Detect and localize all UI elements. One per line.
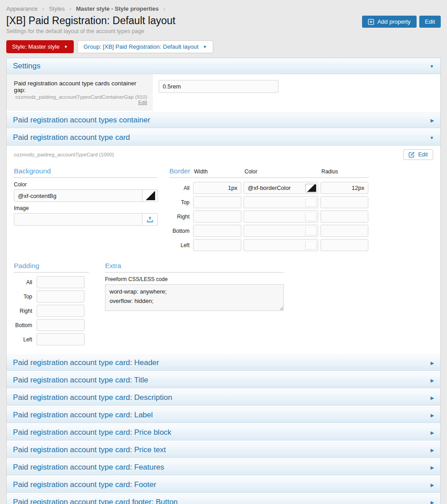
edit-header-label: Edit bbox=[425, 18, 435, 25]
section-header-card-footer[interactable]: Paid registration account type card: Foo… bbox=[7, 477, 440, 493]
section-title: Paid registration account type card: Pri… bbox=[13, 445, 166, 454]
section-header-account-type-card[interactable]: Paid registration account type card ▼ bbox=[7, 130, 440, 146]
padding-all-input[interactable] bbox=[37, 276, 84, 288]
page-header: Add property Edit [XB] Paid Registration… bbox=[6, 15, 441, 34]
property-label: Paid registration account type cards con… bbox=[14, 80, 147, 93]
freeform-css-textarea[interactable]: word-wrap: anywhere; overflow: hidden; bbox=[105, 284, 284, 311]
section-header-card-footer-button[interactable]: Paid registration account type card foot… bbox=[7, 494, 440, 504]
property-edit-link[interactable]: Edit bbox=[14, 100, 147, 105]
caret-right-icon: ▶ bbox=[430, 465, 434, 470]
border-heading: Border bbox=[169, 167, 191, 175]
section-header-card-price-block[interactable]: Paid registration account type card: Pri… bbox=[7, 424, 440, 441]
border-radius-right-input[interactable] bbox=[320, 210, 368, 223]
section-header-card-label[interactable]: Paid registration account type card: Lab… bbox=[7, 407, 440, 423]
section-title: Paid registration account type card: Hea… bbox=[13, 358, 159, 367]
caret-down-icon: ▼ bbox=[203, 45, 207, 49]
extra-block: Extra Freeform CSS/LESS code word-wrap: … bbox=[105, 262, 284, 345]
padding-top-input[interactable] bbox=[37, 290, 84, 302]
padding-heading: Padding bbox=[14, 262, 39, 269]
border-block: Border Width Color Radius All bbox=[169, 167, 369, 251]
card-edit-button[interactable]: Edit bbox=[403, 149, 433, 160]
settings-body: Paid registration account type cards con… bbox=[7, 74, 440, 111]
border-width-left-input[interactable] bbox=[193, 239, 241, 251]
upload-icon bbox=[146, 216, 154, 223]
caret-down-icon: ▼ bbox=[430, 64, 434, 69]
border-row-label: All bbox=[169, 185, 191, 191]
extra-heading: Extra bbox=[105, 262, 121, 269]
empty-color-swatch-icon[interactable] bbox=[305, 241, 316, 249]
border-radius-column-label: Radius bbox=[320, 168, 368, 175]
page: Appearance › Styles › Master style - Sty… bbox=[0, 0, 447, 504]
empty-color-swatch-icon[interactable] bbox=[305, 212, 316, 221]
border-radius-left-input[interactable] bbox=[320, 239, 368, 251]
empty-color-swatch-icon[interactable] bbox=[305, 227, 316, 235]
edit-header-button[interactable]: Edit bbox=[419, 16, 441, 28]
caret-down-icon: ▼ bbox=[64, 45, 68, 49]
container-gap-input[interactable] bbox=[159, 80, 278, 93]
padding-row-label: Left bbox=[14, 336, 34, 343]
border-color-column-label: Color bbox=[244, 168, 318, 175]
section-title: Paid registration account type card: Tit… bbox=[13, 376, 148, 385]
border-width-bottom-input[interactable] bbox=[193, 225, 241, 237]
section-title: Paid registration account type card bbox=[13, 133, 130, 142]
settings-property-info: Paid registration account type cards con… bbox=[7, 74, 153, 111]
border-width-top-input[interactable] bbox=[193, 196, 241, 208]
section-header-card-price-text[interactable]: Paid registration account type card: Pri… bbox=[7, 442, 440, 458]
border-width-all-input[interactable] bbox=[193, 182, 241, 194]
caret-down-icon: ▼ bbox=[430, 135, 434, 140]
color-picker-button[interactable] bbox=[143, 189, 158, 202]
breadcrumb-appearance[interactable]: Appearance bbox=[6, 5, 38, 12]
border-width-right-input[interactable] bbox=[193, 210, 241, 223]
caret-right-icon: ▶ bbox=[430, 500, 434, 504]
background-image-input[interactable] bbox=[14, 213, 143, 226]
color-swatch-icon bbox=[145, 191, 155, 200]
border-row-label: Left bbox=[169, 242, 191, 248]
section-header-card-features[interactable]: Paid registration account type card: Fea… bbox=[7, 459, 440, 475]
padding-row-label: Right bbox=[14, 308, 34, 314]
plus-box-icon bbox=[368, 19, 374, 25]
section-header-settings[interactable]: Settings ▼ bbox=[7, 58, 440, 74]
property-hint: ozzmodz_paidreg_accountTypeCard (1000) bbox=[14, 152, 114, 157]
section-title: Paid registration account type card: Lab… bbox=[13, 411, 153, 420]
style-toolbar: Style: Master style ▼ Group: [XB] Paid R… bbox=[6, 40, 441, 53]
background-block: Background Color Image bbox=[14, 167, 158, 251]
section-header-account-types-container[interactable]: Paid registration account types containe… bbox=[7, 112, 440, 128]
border-radius-all-input[interactable] bbox=[320, 182, 368, 194]
add-property-label: Add property bbox=[377, 18, 410, 25]
breadcrumb-separator-icon: › bbox=[164, 6, 165, 12]
padding-bottom-input[interactable] bbox=[37, 319, 84, 331]
padding-right-input[interactable] bbox=[37, 305, 84, 317]
add-property-button[interactable]: Add property bbox=[362, 16, 416, 28]
border-row-label: Top bbox=[169, 199, 191, 206]
breadcrumb-separator-icon: › bbox=[42, 6, 44, 12]
account-type-card-body: ozzmodz_paidreg_accountTypeCard (1000) E… bbox=[7, 146, 440, 353]
header-buttons: Add property Edit bbox=[362, 16, 441, 28]
background-color-input[interactable] bbox=[14, 189, 143, 202]
section-header-card-description[interactable]: Paid registration account type card: Des… bbox=[7, 390, 440, 406]
caret-right-icon: ▶ bbox=[430, 430, 434, 435]
border-radius-bottom-input[interactable] bbox=[320, 225, 368, 237]
section-title: Settings bbox=[13, 62, 40, 71]
breadcrumb-style-properties[interactable]: Master style - Style properties bbox=[76, 5, 159, 12]
caret-right-icon: ▶ bbox=[430, 395, 434, 400]
section-header-card-title[interactable]: Paid registration account type card: Tit… bbox=[7, 372, 440, 388]
section-title: Paid registration account type card: Des… bbox=[13, 393, 172, 402]
card-edit-label: Edit bbox=[418, 151, 428, 158]
section-title: Paid registration account types containe… bbox=[13, 116, 150, 125]
upload-button[interactable] bbox=[143, 213, 158, 226]
padding-row-label: Top bbox=[14, 294, 34, 300]
settings-property-value bbox=[153, 74, 440, 111]
padding-left-input[interactable] bbox=[37, 333, 84, 345]
padding-row-label: All bbox=[14, 279, 34, 286]
property-hint: ozzmodz_paidreg_accountTypesCardContaine… bbox=[14, 94, 147, 100]
group-selector-button[interactable]: Group: [XB] Paid Registration: Default l… bbox=[77, 40, 213, 53]
style-selector-button[interactable]: Style: Master style ▼ bbox=[6, 40, 74, 53]
empty-color-swatch-icon[interactable] bbox=[305, 198, 316, 206]
section-header-card-header[interactable]: Paid registration account type card: Hea… bbox=[7, 355, 440, 371]
breadcrumb-styles[interactable]: Styles bbox=[49, 5, 64, 12]
breadcrumb: Appearance › Styles › Master style - Sty… bbox=[6, 4, 441, 13]
background-image-label: Image bbox=[14, 205, 158, 211]
border-radius-top-input[interactable] bbox=[320, 196, 368, 208]
color-swatch-icon[interactable] bbox=[305, 184, 316, 192]
freeform-css-label: Freeform CSS/LESS code bbox=[105, 276, 284, 282]
